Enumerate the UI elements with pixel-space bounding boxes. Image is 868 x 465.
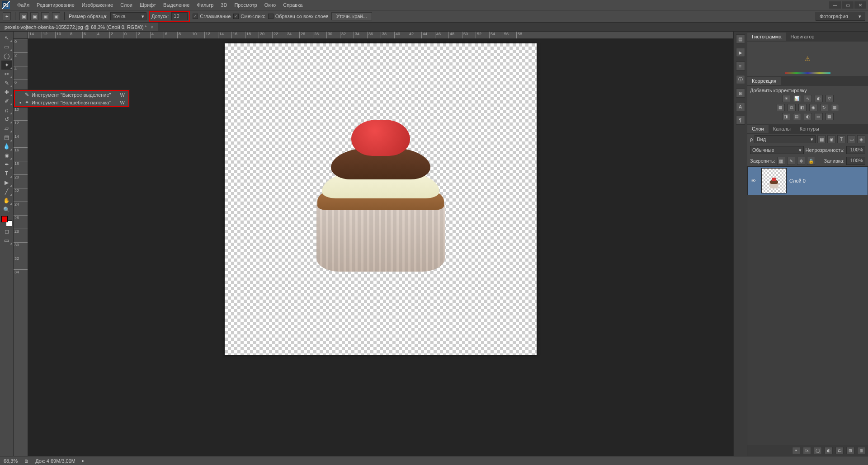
dodge-tool-icon[interactable]: ◉	[1, 151, 12, 160]
brush-tool-icon[interactable]: ✐	[1, 97, 12, 106]
layer-filter-dropdown[interactable]: Вид▾	[755, 135, 816, 143]
canvas-area[interactable]	[28, 39, 733, 456]
selection-add-icon[interactable]: ▣	[30, 12, 38, 20]
adj-mixer-icon[interactable]: ↻	[820, 104, 828, 111]
healing-brush-tool-icon[interactable]: ✚	[1, 88, 12, 97]
menu-Фильтр[interactable]: Фильтр	[193, 1, 217, 9]
opacity-input[interactable]: 100%	[846, 146, 865, 154]
delete-layer-icon[interactable]: 🗑	[857, 447, 865, 454]
crop-tool-icon[interactable]: ✂	[1, 70, 12, 79]
hand-tool-icon[interactable]: ✋	[1, 196, 12, 205]
adj-hue-icon[interactable]: ▦	[777, 104, 785, 111]
antialias-checkbox[interactable]: ✓Сглаживание	[193, 14, 231, 19]
lasso-tool-icon[interactable]: ◯	[1, 52, 12, 61]
magic-wand-tool-item[interactable]: •✦ Инструмент "Волшебная палочка" W	[15, 99, 128, 106]
fx-icon[interactable]: fx	[803, 447, 811, 454]
menu-Просмотр[interactable]: Просмотр	[231, 1, 260, 9]
zoom-level[interactable]: 68,3%	[4, 458, 18, 464]
tab-navigator[interactable]: Навигатор	[786, 33, 819, 41]
adjustment-icon[interactable]: ◐	[825, 447, 833, 454]
menu-Файл[interactable]: Файл	[14, 1, 33, 9]
tolerance-input[interactable]: 10	[171, 12, 188, 20]
foreground-color-icon[interactable]	[1, 216, 8, 222]
adj-exposure-icon[interactable]: ◐	[815, 95, 823, 102]
close-button[interactable]: ✕	[854, 1, 866, 9]
move-tool-icon[interactable]: ↖	[1, 33, 12, 42]
history-brush-tool-icon[interactable]: ↺	[1, 115, 12, 124]
type-tool-icon[interactable]: T	[1, 169, 12, 178]
adj-photo-icon[interactable]: ◉	[809, 104, 817, 111]
workspace-dropdown[interactable]: Фотография▾	[816, 12, 865, 21]
sample-size-dropdown[interactable]: Точка▾	[110, 12, 146, 20]
selection-new-icon[interactable]: ▣	[19, 12, 28, 20]
dock-icon[interactable]: ¶	[736, 116, 745, 125]
dock-icon[interactable]: ▤	[736, 34, 745, 43]
blend-mode-dropdown[interactable]: Обычные▾	[750, 146, 804, 154]
document-tab[interactable]: pexels-vojtech-okenka-1055272.jpg @ 68,3…	[0, 23, 158, 31]
dock-icon[interactable]: ≡	[736, 61, 745, 70]
filter-ic[interactable]: ▦	[817, 135, 826, 143]
close-doc-icon[interactable]: ×	[151, 24, 153, 30]
dock-icon[interactable]: A	[736, 102, 745, 111]
minimize-button[interactable]: —	[829, 1, 841, 9]
menu-3D[interactable]: 3D	[217, 1, 231, 9]
path-selection-tool-icon[interactable]: ▶	[1, 178, 12, 187]
link-layers-icon[interactable]: ⚭	[792, 447, 800, 454]
gradient-tool-icon[interactable]: ▤	[1, 133, 12, 142]
quick-mask-icon[interactable]: ◻	[1, 227, 12, 236]
color-swatches[interactable]	[1, 216, 12, 227]
dock-icon[interactable]: ⓘ	[736, 75, 745, 84]
visibility-eye-icon[interactable]: 👁	[748, 178, 759, 183]
adj-selcolor-icon[interactable]: ▦	[826, 113, 834, 120]
tab-layers[interactable]: Слои	[747, 125, 769, 133]
filter-ic[interactable]: ▭	[847, 135, 855, 143]
adj-levels-icon[interactable]: 📊	[793, 95, 801, 102]
adj-poster-icon[interactable]: ▤	[793, 113, 801, 120]
menu-Шрифт[interactable]: Шрифт	[136, 1, 160, 9]
lock-position-icon[interactable]: ✎	[787, 157, 795, 165]
adj-balance-icon[interactable]: ⚖	[788, 104, 796, 111]
selection-subtract-icon[interactable]: ▣	[41, 12, 49, 20]
mask-icon[interactable]: ◯	[814, 447, 822, 454]
layer-row[interactable]: 👁 Слой 0	[747, 166, 868, 195]
lock-pixels-icon[interactable]: ▦	[777, 157, 785, 165]
tab-histogram[interactable]: Гистограмма	[747, 33, 786, 41]
selection-intersect-icon[interactable]: ▣	[52, 12, 60, 20]
shape-tool-icon[interactable]: ╱	[1, 187, 12, 196]
adj-lookup-icon[interactable]: ▦	[831, 104, 839, 111]
adj-gradmap-icon[interactable]: ▭	[815, 113, 823, 120]
menu-Изображение[interactable]: Изображение	[78, 1, 117, 9]
menu-Слои[interactable]: Слои	[117, 1, 136, 9]
marquee-tool-icon[interactable]: ▭	[1, 42, 12, 52]
menu-Справка[interactable]: Справка	[279, 1, 306, 9]
status-arrow-icon[interactable]: ▸	[82, 458, 85, 464]
menu-Редактирование[interactable]: Редактирование	[33, 1, 78, 9]
tool-preset-icon[interactable]: ✦	[3, 12, 11, 20]
filter-ic[interactable]: ◈	[857, 135, 865, 143]
quick-selection-tool-item[interactable]: ✎ Инструмент "Быстрое выделение" W	[15, 91, 128, 99]
layer-name[interactable]: Слой 0	[789, 178, 806, 183]
adj-vibrance-icon[interactable]: ▽	[826, 95, 834, 102]
dock-icon[interactable]: ⊞	[736, 89, 745, 98]
magic-wand-tool-icon[interactable]: ✦	[1, 61, 12, 70]
blur-tool-icon[interactable]: 💧	[1, 142, 12, 151]
lock-all-icon[interactable]: 🔒	[807, 157, 815, 165]
contiguous-checkbox[interactable]: ✓Смеж.пикс	[233, 14, 265, 19]
eyedropper-tool-icon[interactable]: ✎	[1, 79, 12, 88]
menu-Окно[interactable]: Окно	[261, 1, 280, 9]
adj-brightness-icon[interactable]: ☀	[782, 95, 790, 102]
menu-Выделение[interactable]: Выделение	[160, 1, 193, 9]
tab-adjustments[interactable]: Коррекция	[747, 77, 781, 85]
adj-curves-icon[interactable]: ∿	[804, 95, 812, 102]
refine-edge-button[interactable]: Уточн. край...	[331, 12, 372, 20]
tab-channels[interactable]: Каналы	[769, 125, 795, 133]
clone-stamp-tool-icon[interactable]: ⎌	[1, 106, 12, 115]
fill-input[interactable]: 100%	[846, 157, 865, 165]
lock-move-icon[interactable]: ✥	[797, 157, 805, 165]
tab-paths[interactable]: Контуры	[795, 125, 824, 133]
filter-ic[interactable]: ◉	[827, 135, 835, 143]
group-icon[interactable]: 🗀	[835, 447, 844, 454]
adj-bw-icon[interactable]: ◧	[798, 104, 807, 111]
maximize-button[interactable]: ▭	[842, 1, 854, 9]
new-layer-icon[interactable]: ⊞	[846, 447, 854, 454]
